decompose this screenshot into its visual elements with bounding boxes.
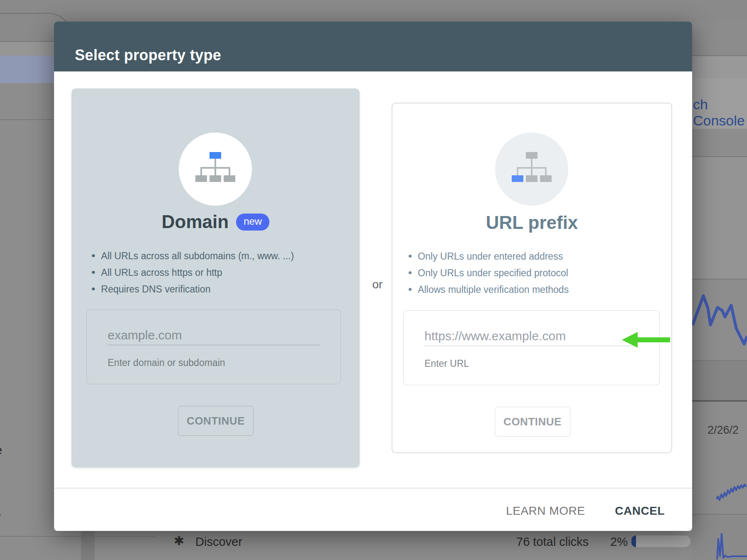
chart-date-label: 2/26/2 (708, 424, 739, 437)
annotation-arrow-icon (619, 331, 673, 349)
url-prefix-continue-button[interactable]: CONTINUE (495, 407, 570, 437)
domain-title-row: Domain new (71, 211, 360, 232)
clicks-line-chart (692, 287, 747, 349)
screen: e s y ch Console 2/26/2 ✱ Disco (0, 0, 747, 560)
discover-sparkline-chart (716, 531, 747, 560)
bg-scroll-strip (81, 531, 95, 560)
new-badge: new (236, 214, 269, 231)
url-prefix-icon-circle (495, 133, 568, 206)
footer-divider (54, 488, 692, 489)
domain-bullet-list: All URLs across all subdomains (m., www.… (91, 247, 294, 297)
bg-divider (0, 119, 54, 120)
dialog-footer: LEARN MORE CANCEL (502, 499, 669, 523)
domain-bullet: Requires DNS verification (91, 280, 294, 297)
domain-property-card[interactable]: Domain new All URLs across all subdomain… (71, 88, 360, 467)
domain-sitemap-icon (195, 152, 235, 182)
discover-progress-bar (631, 535, 690, 547)
or-separator: or (366, 278, 389, 291)
domain-continue-button[interactable]: CONTINUE (178, 406, 254, 436)
url-prefix-property-card[interactable]: URL prefix Only URLs under entered addre… (392, 103, 672, 453)
bg-right-band (692, 129, 747, 156)
domain-icon-circle (179, 133, 252, 206)
url-prefix-input-helper: Enter URL (424, 358, 469, 369)
domain-input-box: Enter domain or subdomain (86, 309, 341, 384)
search-console-logo-fragment: ch Console (693, 96, 747, 129)
cancel-button[interactable]: CANCEL (611, 502, 669, 520)
sidebar-item-fragment: e (0, 443, 2, 458)
bg-divider (0, 536, 155, 537)
domain-input-helper: Enter domain or subdomain (108, 357, 225, 368)
dialog-header: Select property type (54, 22, 692, 71)
domain-bullet: All URLs across https or http (91, 264, 294, 280)
select-property-type-dialog: Select property type Domain ne (54, 22, 692, 531)
bg-selected-row (0, 56, 54, 83)
url-prefix-bullet: Allows multiple verification methods (408, 281, 569, 297)
bg-divider (692, 279, 747, 280)
discover-total-clicks: 76 total clicks (516, 535, 589, 549)
bg-top-strip (0, 0, 747, 22)
discover-row-label: Discover (195, 535, 242, 549)
discover-progress-fill (631, 535, 636, 547)
url-prefix-title-row: URL prefix (392, 212, 671, 233)
sidebar-item-fragment: y (0, 510, 1, 525)
bg-left-band (0, 42, 54, 56)
url-prefix-bullet-list: Only URLs under entered address Only URL… (408, 248, 569, 297)
domain-bullet: All URLs across all subdomains (m., www.… (91, 247, 294, 264)
domain-card-title: Domain (162, 211, 229, 232)
sparkline-chart (716, 482, 747, 503)
bg-axis-line (692, 400, 747, 402)
url-prefix-sitemap-icon (512, 152, 552, 182)
url-prefix-bullet: Only URLs under specified protocol (408, 264, 569, 281)
learn-more-button[interactable]: LEARN MORE (502, 502, 589, 520)
bg-right-band (692, 22, 747, 55)
bg-right-band (692, 157, 747, 279)
dialog-title: Select property type (75, 47, 221, 64)
bg-right-band (692, 361, 747, 400)
discover-asterisk-icon: ✱ (174, 533, 184, 548)
domain-input[interactable] (108, 326, 320, 345)
discover-percent: 2% (610, 535, 628, 549)
url-prefix-bullet: Only URLs under entered address (408, 248, 569, 264)
url-prefix-input[interactable] (424, 327, 637, 346)
url-prefix-card-title: URL prefix (486, 212, 578, 233)
bg-right-band (692, 56, 747, 78)
